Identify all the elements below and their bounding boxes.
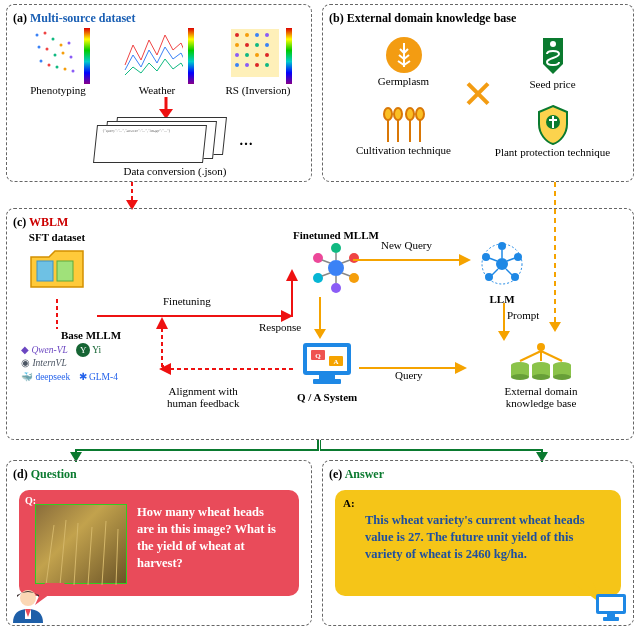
svg-marker-116 xyxy=(156,317,168,329)
svg-point-41 xyxy=(394,108,402,120)
connector-c-to-e-icon xyxy=(320,440,550,462)
plant-protection-block: Plant protection technique xyxy=(478,95,627,164)
answer-bubble: A: This wheat variety's current wheat he… xyxy=(335,490,621,596)
svg-point-94 xyxy=(553,374,571,380)
cultivation-label: Cultivation technique xyxy=(356,144,451,156)
base-mllm-label: Base MLLM xyxy=(21,329,161,341)
svg-point-40 xyxy=(384,108,392,120)
rs-block: RS (Inversion) xyxy=(224,28,292,96)
x-cross-icon xyxy=(465,81,491,107)
svg-line-121 xyxy=(74,523,78,585)
svg-rect-84 xyxy=(319,375,335,379)
colorbar-icon xyxy=(188,28,194,84)
panel-c-title: (c) WBLM xyxy=(13,215,627,230)
svg-line-123 xyxy=(102,521,106,585)
svg-point-21 xyxy=(245,43,249,47)
svg-line-62 xyxy=(342,273,350,276)
glm-logo-icon: ✱ xyxy=(79,372,87,382)
shield-icon xyxy=(533,102,573,146)
yi-logo-icon: Y xyxy=(76,343,90,357)
svg-point-27 xyxy=(265,53,269,57)
svg-text:A: A xyxy=(334,358,339,366)
ellipsis-icon: … xyxy=(239,133,253,149)
wheat-icon xyxy=(384,35,424,75)
question-text: How many wheat heads are in this image? … xyxy=(137,504,283,582)
prompt-label: Prompt xyxy=(507,309,539,321)
connector-c-to-d-icon xyxy=(68,440,328,462)
svg-point-88 xyxy=(511,374,529,380)
svg-point-54 xyxy=(331,243,341,253)
svg-line-119 xyxy=(46,525,54,585)
question-q-label: Q: xyxy=(25,494,36,508)
svg-line-74 xyxy=(507,258,515,261)
qa-system-block: QA Q / A System xyxy=(297,339,357,403)
monitor-icon xyxy=(593,591,629,623)
svg-point-31 xyxy=(265,63,269,67)
phenotyping-block: Phenotyping xyxy=(26,28,90,96)
svg-point-9 xyxy=(70,56,73,59)
weather-block: Weather xyxy=(120,28,194,96)
svg-rect-133 xyxy=(603,617,619,621)
svg-rect-132 xyxy=(607,614,615,617)
panel-answer: (e) Answer A: This wheat variety's curre… xyxy=(322,460,634,626)
alignment-label: Alignment with human feedback xyxy=(167,385,239,409)
arrow-alignment-up-icon xyxy=(155,317,169,367)
cultivation-icon xyxy=(380,104,428,144)
svg-point-17 xyxy=(245,33,249,37)
panel-question: (d) Question Q: How many wheat heads are… xyxy=(6,460,312,626)
svg-point-23 xyxy=(265,43,269,47)
panel-wblm: (c) WBLM SFT dataset Base MLLM ◆ Qwen-VL… xyxy=(6,208,634,440)
panel-multi-source-dataset: (a) Multi-source dataset Phenotyping xyxy=(6,4,312,182)
external-kb-block: External domain knowledge base xyxy=(471,343,611,409)
svg-point-13 xyxy=(64,68,67,71)
panel-e-title: (e) Answer xyxy=(329,467,627,482)
svg-point-91 xyxy=(532,374,550,380)
panel-external-knowledge-base: (b) External domain knowledge base Germp… xyxy=(322,4,634,182)
svg-point-28 xyxy=(235,63,239,67)
svg-point-53 xyxy=(328,260,344,276)
svg-line-76 xyxy=(492,269,498,275)
sft-dataset-block: SFT dataset xyxy=(27,231,87,295)
svg-point-68 xyxy=(498,242,506,250)
svg-point-6 xyxy=(46,48,49,51)
seed-price-block: Seed price xyxy=(478,26,627,95)
connector-a-to-c-icon xyxy=(125,182,139,210)
data-conversion-label: Data conversion (.json) xyxy=(95,165,255,177)
svg-point-22 xyxy=(255,43,259,47)
arrow-down-icon xyxy=(157,97,175,119)
svg-line-61 xyxy=(342,260,350,263)
cultivation-block: Cultivation technique xyxy=(329,95,478,164)
phenotyping-label: Phenotyping xyxy=(30,84,86,96)
colorbar-icon xyxy=(84,28,90,84)
svg-point-16 xyxy=(235,33,239,37)
seed-price-label: Seed price xyxy=(529,78,575,90)
finetuning-label: Finetuning xyxy=(163,295,211,307)
database-cluster-icon xyxy=(508,343,574,383)
folder-icon xyxy=(27,245,87,293)
answer-a-label: A: xyxy=(343,496,355,511)
user-avatar-icon xyxy=(11,587,45,623)
svg-point-59 xyxy=(313,253,323,263)
svg-point-4 xyxy=(68,42,71,45)
data-conversion-block: {"query":"...","answer":"...","image":".… xyxy=(95,117,255,177)
svg-point-35 xyxy=(550,41,556,47)
svg-point-11 xyxy=(48,64,51,67)
answer-text: This wheat variety's current wheat heads… xyxy=(351,504,605,563)
svg-point-20 xyxy=(235,43,239,47)
phenotyping-chart-icon xyxy=(26,28,82,84)
svg-rect-52 xyxy=(57,261,73,281)
finetuned-mllm-label: Finetuned MLLM xyxy=(293,229,379,241)
svg-marker-111 xyxy=(498,331,510,341)
plant-protection-label: Plant protection technique xyxy=(495,146,610,158)
svg-point-7 xyxy=(54,54,57,57)
svg-text:Q: Q xyxy=(315,352,321,360)
svg-point-5 xyxy=(38,46,41,49)
svg-point-12 xyxy=(56,66,59,69)
germplasm-label: Germplasm xyxy=(378,75,429,87)
svg-point-18 xyxy=(255,33,259,37)
svg-rect-131 xyxy=(599,597,623,611)
svg-point-24 xyxy=(235,53,239,57)
svg-point-43 xyxy=(416,108,424,120)
qwen-logo-icon: ◆ xyxy=(21,345,29,355)
svg-point-0 xyxy=(36,34,39,37)
